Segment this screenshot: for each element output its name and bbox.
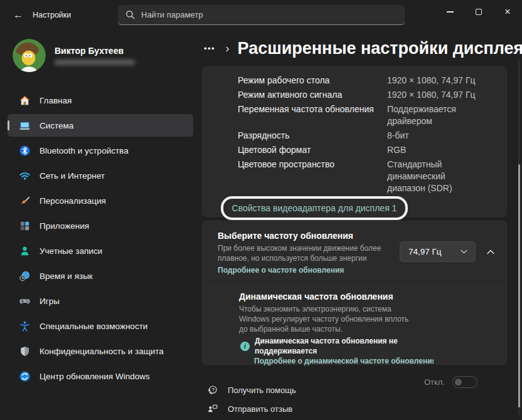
info-value: 1920 × 1080, 74,97 Гц xyxy=(387,89,484,101)
info-row: Режим рабочего стола 1920 × 1080, 74,97 … xyxy=(238,75,495,87)
system-icon xyxy=(19,120,31,132)
info-value: Стандартный динамический диапазон (SDR) xyxy=(387,159,484,194)
sidebar-item-windows-update[interactable]: Центр обновления Windows xyxy=(8,365,193,387)
accounts-icon xyxy=(19,245,31,257)
footer-links: ? Получить помощь Отправить отзыв xyxy=(207,384,296,414)
sidebar-item-label: Приложения xyxy=(40,221,89,231)
display-info-card: Режим рабочего стола 1920 × 1080, 74,97 … xyxy=(202,66,507,217)
sidebar-item-personalization[interactable]: Персонализация xyxy=(8,189,193,212)
back-arrow-icon: ← xyxy=(13,9,23,21)
annotation-callout: Свойства видеоадаптера для дисплея 1 xyxy=(221,196,408,220)
info-row: Цветовой формат RGB xyxy=(238,144,495,156)
get-help-link[interactable]: ? Получить помощь xyxy=(207,384,296,396)
chevron-down-icon xyxy=(461,249,467,254)
window-controls: × xyxy=(435,0,522,24)
unsupported-note-text: Динамическая частота обновления не подде… xyxy=(255,336,405,356)
expander-collapse-button[interactable] xyxy=(483,245,498,259)
dynamic-refresh-title: Динамическая частота обновления xyxy=(239,291,506,302)
info-label: Режим активного сигнала xyxy=(238,89,387,101)
sidebar-item-accessibility[interactable]: Специальные возможности xyxy=(8,315,193,337)
display-adapter-properties-link[interactable]: Свойства видеоадаптера для дисплея 1 xyxy=(232,203,397,213)
unsupported-note: i Динамическая частота обновления не под… xyxy=(240,336,506,356)
info-value: 1920 × 1080, 74,97 Гц xyxy=(387,75,484,87)
sidebar-item-bluetooth[interactable]: Bluetooth и устройства xyxy=(8,139,193,162)
info-label: Цветовое пространство xyxy=(238,159,387,194)
personalization-icon xyxy=(19,195,31,207)
games-icon xyxy=(19,295,31,307)
info-row: Разрядность 8-бит xyxy=(238,130,495,142)
refresh-rate-description: При более высоком значении движение боле… xyxy=(218,243,397,263)
maximize-button[interactable] xyxy=(464,0,493,24)
breadcrumb-ellipsis-button[interactable]: ••• xyxy=(202,41,217,56)
dynamic-refresh-learn-more-link[interactable]: Подробнее о динамической частоте обновле… xyxy=(254,357,434,365)
search-icon xyxy=(125,10,135,19)
minimize-icon xyxy=(447,11,454,12)
send-feedback-link[interactable]: Отправить отзыв xyxy=(207,403,296,414)
back-button[interactable]: ← xyxy=(9,6,28,24)
sidebar-item-label: Конфиденциальность и защита xyxy=(40,347,164,356)
close-icon: × xyxy=(504,7,510,17)
get-help-label: Получить помощь xyxy=(228,386,296,395)
refresh-rate-header: Выберите частоту обновления При более вы… xyxy=(203,221,506,282)
chevron-right-icon: › xyxy=(225,41,229,55)
scrollbar-thumb[interactable] xyxy=(518,164,520,407)
apps-icon xyxy=(19,220,31,232)
dynamic-refresh-toggle-row: Откл. xyxy=(424,376,477,388)
info-label: Цветовой формат xyxy=(238,144,387,156)
svg-text:?: ? xyxy=(212,387,215,392)
windows-update-icon xyxy=(19,370,31,382)
sidebar-item-label: Сеть и Интернет xyxy=(40,171,105,181)
refresh-rate-learn-more-link[interactable]: Подробнее о частоте обновления xyxy=(218,266,506,275)
sidebar-item-label: Главная xyxy=(40,96,72,105)
info-icon: i xyxy=(240,342,250,351)
sidebar-item-system[interactable]: Система xyxy=(8,114,193,137)
sidebar-item-label: Система xyxy=(40,121,73,130)
search-input[interactable] xyxy=(141,10,397,19)
info-row: Режим активного сигнала 1920 × 1080, 74,… xyxy=(238,89,495,101)
refresh-rate-title: Выберите частоту обновления xyxy=(218,231,506,241)
breadcrumb: ••• › Расширенные настройки дисплея xyxy=(202,35,522,61)
page-title: Расширенные настройки дисплея xyxy=(237,39,522,58)
profile-text: Виктор Бухтеев xyxy=(55,46,135,65)
sidebar-item-home[interactable]: Главная xyxy=(8,89,193,112)
dynamic-refresh-toggle[interactable] xyxy=(452,376,477,388)
refresh-rate-dropdown[interactable]: 74,97 Гц xyxy=(400,241,476,262)
minimize-button[interactable] xyxy=(435,0,464,24)
sidebar-item-games[interactable]: Игры xyxy=(8,290,193,312)
toggle-knob xyxy=(455,379,462,386)
maximize-icon xyxy=(476,9,482,15)
sidebar-item-label: Игры xyxy=(40,297,60,306)
chevron-up-icon xyxy=(487,249,494,255)
sidebar-item-privacy[interactable]: Конфиденциальность и защита xyxy=(8,340,193,362)
info-label: Переменная частота обновления xyxy=(238,103,387,127)
info-value: RGB xyxy=(387,144,484,156)
sidebar-item-label: Специальные возможности xyxy=(40,322,147,331)
refresh-rate-selected-value: 74,97 Гц xyxy=(408,247,442,256)
info-row: Переменная частота обновления Поддержива… xyxy=(238,103,495,127)
network-icon xyxy=(19,170,31,182)
sidebar-item-label: Время и язык xyxy=(40,271,93,281)
info-value: Поддерживается драйвером xyxy=(387,103,484,127)
user-profile[interactable]: Виктор Бухтеев xyxy=(13,38,191,72)
info-label: Разрядность xyxy=(238,130,387,142)
sidebar-item-accounts[interactable]: Учетные записи xyxy=(8,239,193,262)
sidebar-item-time-language[interactable]: Время и язык xyxy=(8,265,193,287)
privacy-icon xyxy=(19,345,31,357)
refresh-rate-expander: Выберите частоту обновления При более вы… xyxy=(202,221,507,365)
time-language-icon xyxy=(19,270,31,282)
sidebar-item-network[interactable]: Сеть и Интернет xyxy=(8,164,193,187)
info-value: 8-бит xyxy=(387,130,484,142)
avatar xyxy=(13,39,46,72)
close-button[interactable]: × xyxy=(493,0,522,24)
send-feedback-label: Отправить отзыв xyxy=(228,404,292,414)
user-name: Виктор Бухтеев xyxy=(55,46,135,56)
user-email-redacted xyxy=(55,60,135,65)
toggle-state-label: Откл. xyxy=(424,377,445,387)
bluetooth-icon xyxy=(19,145,31,157)
info-row: Цветовое пространство Стандартный динами… xyxy=(238,159,495,194)
sidebar-item-label: Центр обновления Windows xyxy=(40,372,150,381)
sidebar-item-label: Учетные записи xyxy=(40,246,102,256)
sidebar-item-apps[interactable]: Приложения xyxy=(8,214,193,237)
dynamic-refresh-section: Динамическая частота обновления Чтобы эк… xyxy=(203,282,506,365)
search-box[interactable] xyxy=(118,5,405,25)
